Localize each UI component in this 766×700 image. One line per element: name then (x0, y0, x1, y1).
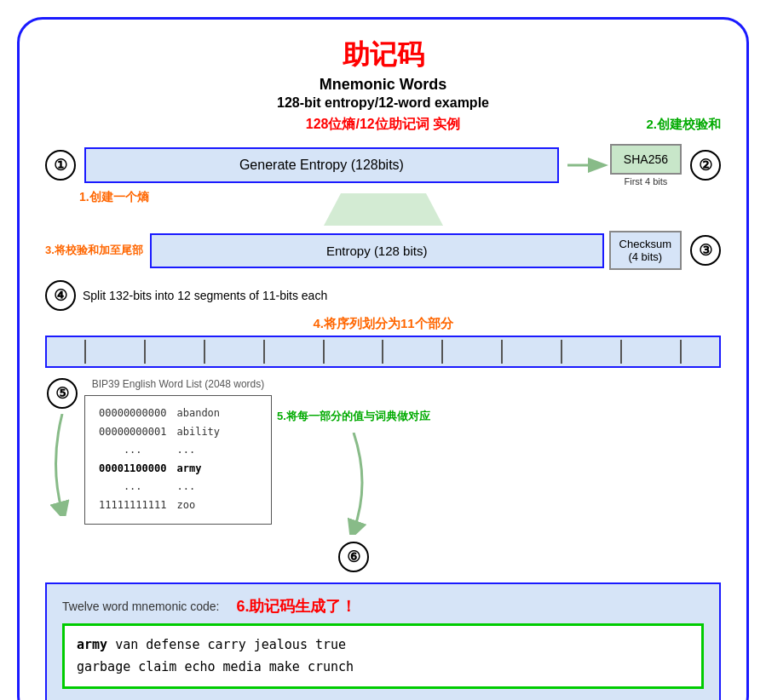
wordlist-inner: 00000000000 00000000001 ... 00001100000 … (99, 405, 257, 515)
bin-entry-1: 00000000000 (99, 405, 166, 423)
divider (501, 340, 503, 364)
step4-text: Split 132-bits into 12 segments of 11-bi… (83, 289, 327, 302)
divider (144, 340, 146, 364)
title-en-line1: Mnemonic Words (45, 76, 721, 94)
mnemonic-code-box: army van defense carry jealous true garb… (62, 623, 704, 689)
step4-row: ④ Split 132-bits into 12 segments of 11-… (45, 280, 721, 311)
bin-entry-3: ... (99, 441, 166, 460)
annotation-4: 4.将序列划分为11个部分 (45, 316, 721, 332)
divider (680, 340, 682, 364)
circle-6: ⑥ (338, 542, 369, 572)
wordlist-title: BIP39 English Word List (2048 words) (84, 378, 272, 390)
step5-area: ⑤ BIP39 English Word List (2048 words) 0… (45, 378, 721, 572)
annotation-2: 2.创建校验和 (533, 117, 721, 133)
word-entry-3: ... (176, 441, 220, 460)
step1-row: ① Generate Entropy (128bits) SHA256 Firs… (45, 144, 721, 186)
divider (441, 340, 443, 364)
main-container: 助记码 Mnemonic Words 128-bit entropy/12-wo… (17, 17, 749, 700)
circle-3: ③ (690, 235, 721, 266)
divider (382, 340, 383, 364)
title-en-line2: 128-bit entropy/12-word example (45, 95, 721, 111)
first4bits-label: First 4 bits (625, 176, 668, 186)
divider (204, 340, 205, 364)
step3-row: 3.将校验和加至尾部 Entropy (128 bits) Checksum (… (45, 231, 721, 270)
divider (323, 340, 325, 364)
circle-5: ⑤ (47, 378, 78, 409)
wl-col-word: abandon ability ... army ... zoo (176, 405, 220, 515)
entropy-box: Generate Entropy (128bits) (84, 147, 559, 183)
word-entry-2: ability (176, 423, 220, 442)
bits-bar (45, 336, 721, 368)
bin-entry-4: ... (99, 478, 166, 496)
divider (561, 340, 562, 364)
annotation-1: 1.创建一个熵 (79, 190, 149, 205)
word-entry-highlight: army (176, 460, 220, 479)
word-entry-1: abandon (176, 405, 220, 423)
step6-box: Twelve word mnemonic code: 6.助记码生成了！ arm… (45, 582, 721, 700)
circle-2: ② (690, 150, 721, 181)
left-arrow-col: ⑤ (45, 378, 79, 516)
divider (263, 340, 265, 364)
right-arrow-col: 5.将每一部分的值与词典做对应 ⑥ (277, 378, 430, 572)
curved-arrow-right (328, 433, 379, 535)
annotation-3: 3.将校验和加至尾部 (45, 243, 143, 258)
bin-entry-5: 11111111111 (99, 496, 166, 515)
entropy-128-box: Entropy (128 bits) (150, 233, 604, 268)
divider (84, 340, 86, 364)
word-entry-4: ... (176, 478, 220, 496)
wordlist-box: BIP39 English Word List (2048 words) 000… (84, 378, 272, 525)
title-zh: 助记码 (45, 37, 721, 74)
mnemonic-rest: van defense carry jealous true (107, 637, 346, 652)
divider (620, 340, 622, 364)
step6-label-zh: 6.助记码生成了！ (236, 596, 356, 617)
wl-col-bin: 00000000000 00000000001 ... 00001100000 … (99, 405, 166, 515)
svg-marker-3 (324, 193, 443, 226)
bin-entry-highlight: 00001100000 (99, 460, 166, 479)
sha-box: SHA256 (610, 144, 682, 175)
big-arrow-down (315, 193, 452, 227)
curved-arrow-left (45, 414, 79, 516)
arrow-right-1 (567, 152, 610, 178)
sha-area: SHA256 First 4 bits (610, 144, 682, 186)
step6-label-en: Twelve word mnemonic code: (62, 600, 219, 613)
mnemonic-first-word: army (77, 637, 107, 652)
bin-entry-2: 00000000001 (99, 423, 166, 442)
subtitle-zh: 128位熵/12位助记词 实例 (306, 116, 460, 134)
word-entry-5: zoo (176, 496, 220, 515)
circle-1: ① (45, 150, 76, 181)
step6-header: Twelve word mnemonic code: 6.助记码生成了！ (62, 596, 704, 617)
checksum-box: Checksum (4 bits) (609, 231, 682, 270)
annotation-5: 5.将每一部分的值与词典做对应 (277, 409, 430, 424)
wordlist-container: 00000000000 00000000001 ... 00001100000 … (84, 395, 272, 525)
mnemonic-line2: garbage claim echo media make crunch (77, 659, 354, 674)
circle-4: ④ (45, 280, 76, 311)
